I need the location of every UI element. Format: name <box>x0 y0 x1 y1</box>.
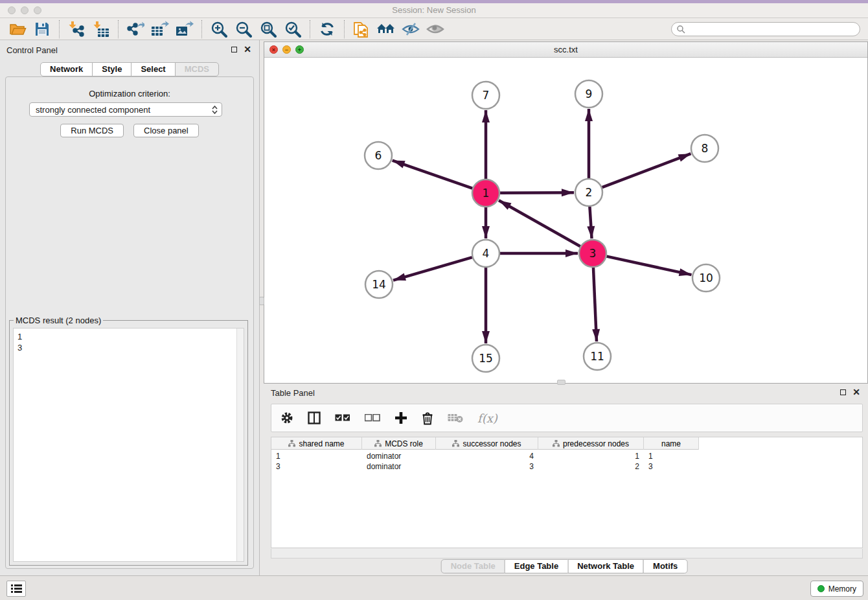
graph-node-4[interactable]: 4 <box>472 240 499 267</box>
tab-mcds[interactable]: MCDS <box>175 62 219 76</box>
list-icon <box>11 584 22 593</box>
table-cell[interactable]: dominator <box>362 451 436 461</box>
graph-node-1[interactable]: 1 <box>472 179 499 207</box>
table-cell[interactable]: 3 <box>271 461 362 472</box>
graph-node-9[interactable]: 9 <box>575 80 602 108</box>
table-cell[interactable]: 1 <box>538 451 644 461</box>
graph-node-15[interactable]: 15 <box>472 345 499 372</box>
hide-eye-button[interactable] <box>398 19 423 39</box>
table-cell[interactable]: 3 <box>436 461 538 472</box>
task-history-button[interactable] <box>6 581 26 597</box>
graph-node-3[interactable]: 3 <box>579 240 606 267</box>
save-floppy-icon <box>34 21 50 37</box>
refresh-button[interactable] <box>315 19 339 39</box>
import-network-button[interactable] <box>64 19 89 39</box>
column-header-name[interactable]: name <box>644 437 699 450</box>
add-column-icon[interactable] <box>394 411 407 424</box>
memory-button[interactable]: Memory <box>810 581 863 597</box>
close-table-panel-icon[interactable]: ✕ <box>852 389 860 395</box>
table-panel-title: Table Panel <box>271 388 315 398</box>
clone-network-button[interactable] <box>349 19 374 39</box>
close-panel-icon[interactable]: ✕ <box>244 46 251 52</box>
export-image-button[interactable] <box>172 19 197 39</box>
deselect-all-icon[interactable] <box>365 414 380 422</box>
close-panel-button[interactable]: Close panel <box>133 124 199 137</box>
graph-edge-2-8[interactable] <box>602 154 691 187</box>
close-window-button[interactable] <box>8 6 16 14</box>
zoom-selected-button[interactable] <box>280 19 305 39</box>
graph-edge-2-3[interactable] <box>589 207 591 238</box>
table-cell[interactable]: dominator <box>362 461 436 472</box>
export-table-button[interactable] <box>148 19 172 39</box>
maximize-view-button[interactable]: + <box>295 45 304 54</box>
settings-gear-icon[interactable] <box>280 411 293 424</box>
tab-select[interactable]: Select <box>131 62 175 76</box>
home-networks-button[interactable] <box>374 19 398 39</box>
result-scrollbar[interactable] <box>236 329 244 561</box>
save-session-button[interactable] <box>30 19 54 39</box>
mcds-result-item[interactable]: 1 <box>17 331 244 342</box>
float-panel-icon[interactable] <box>231 47 237 52</box>
export-network-button[interactable] <box>123 19 148 39</box>
minimize-window-button[interactable] <box>21 6 29 14</box>
open-session-button[interactable] <box>5 19 30 39</box>
table-cell[interactable]: 3 <box>644 461 699 472</box>
run-mcds-button[interactable]: Run MCDS <box>60 124 124 137</box>
toolbar-separator <box>59 20 60 38</box>
graph-edge-4-14[interactable] <box>393 257 472 280</box>
graph-node-10[interactable]: 10 <box>692 264 720 292</box>
graph-node-11[interactable]: 11 <box>584 343 611 370</box>
table-horizontal-scrollbar[interactable] <box>271 549 863 559</box>
tab-network[interactable]: Network <box>40 62 93 76</box>
select-all-icon[interactable] <box>335 414 350 422</box>
zoom-out-button[interactable] <box>231 19 256 39</box>
delete-trash-icon[interactable] <box>422 411 433 425</box>
table-cell[interactable]: 4 <box>436 451 538 461</box>
column-header-MCDS-role[interactable]: MCDS role <box>362 437 436 450</box>
graph-edge-3-1[interactable] <box>499 200 580 246</box>
graph-edge-3-11[interactable] <box>593 268 597 341</box>
zoom-window-button[interactable] <box>34 6 41 14</box>
graph-edge-1-2[interactable] <box>500 192 574 193</box>
close-view-button[interactable]: × <box>269 45 278 54</box>
table-row[interactable]: 1dominator411 <box>271 451 699 461</box>
horizontal-splitter-handle[interactable] <box>557 380 565 385</box>
search-input[interactable] <box>671 22 860 36</box>
tab-style[interactable]: Style <box>92 62 131 76</box>
graph-node-6[interactable]: 6 <box>365 142 392 169</box>
graph-edge-1-6[interactable] <box>393 161 473 189</box>
app-titlebar: Session: New Session <box>0 3 868 18</box>
vertical-splitter-handle[interactable] <box>259 297 264 305</box>
zoom-fit-button[interactable] <box>256 19 280 39</box>
tab-network-table[interactable]: Network Table <box>567 559 644 573</box>
zoom-in-button[interactable] <box>207 19 231 39</box>
optimization-criterion-label: Optimization criterion: <box>6 89 253 98</box>
tab-motifs[interactable]: Motifs <box>643 559 687 573</box>
graph-node-8[interactable]: 8 <box>691 135 718 162</box>
network-canvas[interactable]: 7968124314101511 <box>264 58 867 383</box>
split-columns-icon[interactable] <box>308 411 321 424</box>
table-row[interactable]: 3dominator323 <box>271 461 699 472</box>
column-header-predecessor-nodes[interactable]: predecessor nodes <box>538 437 644 450</box>
criterion-dropdown[interactable]: strongly connected component <box>29 102 222 117</box>
mcds-result-item[interactable]: 3 <box>17 342 244 353</box>
function-builder-icon: f(x) <box>477 411 497 425</box>
table-cell[interactable]: 2 <box>538 461 644 472</box>
tab-node-table[interactable]: Node Table <box>441 559 505 573</box>
table-cell[interactable]: 1 <box>644 451 699 461</box>
graph-node-14[interactable]: 14 <box>365 271 393 298</box>
network-window-titlebar[interactable]: × − + scc.txt <box>264 42 867 58</box>
column-header-successor-nodes[interactable]: successor nodes <box>436 437 538 450</box>
graph-node-2[interactable]: 2 <box>575 179 602 206</box>
float-table-panel-icon[interactable] <box>840 389 846 395</box>
column-header-shared-name[interactable]: shared name <box>271 437 362 450</box>
table-cell[interactable]: 1 <box>271 451 362 461</box>
window-controls[interactable] <box>8 6 41 14</box>
tab-edge-table[interactable]: Edge Table <box>505 559 568 573</box>
graph-node-7[interactable]: 7 <box>472 82 499 109</box>
graph-edge-3-10[interactable] <box>606 257 691 275</box>
minimize-view-button[interactable]: − <box>282 45 291 54</box>
show-eye-button[interactable] <box>423 19 448 39</box>
import-table-button[interactable] <box>89 19 113 39</box>
mcds-result-list[interactable]: 1 3 <box>13 328 244 562</box>
